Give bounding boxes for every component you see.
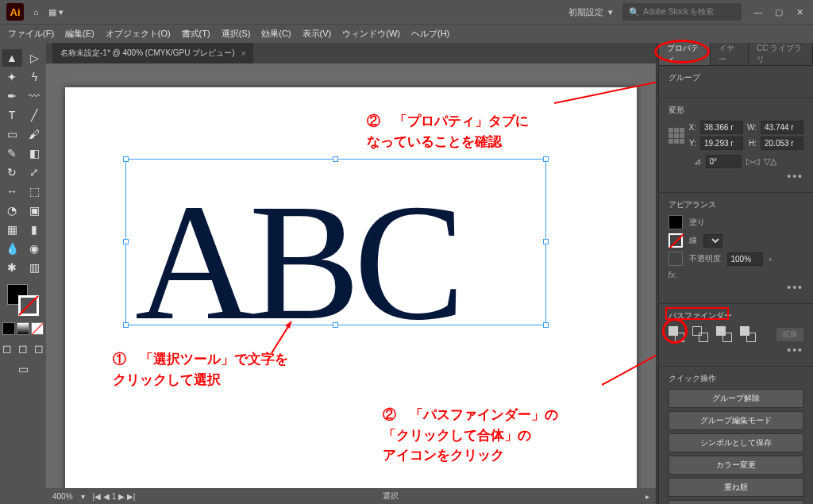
eraser-tool[interactable]: ◧	[24, 144, 44, 162]
rectangle-tool[interactable]: ▭	[2, 125, 22, 143]
svg-line-4	[602, 337, 656, 385]
y-input[interactable]	[700, 137, 743, 150]
w-input[interactable]	[761, 121, 803, 134]
mini-swatch-black[interactable]	[2, 322, 15, 335]
select-all-objects-button[interactable]: オブジェクトを一括選択	[669, 500, 804, 504]
arrange-docs-icon[interactable]: ▦ ▾	[48, 7, 64, 17]
free-transform-tool[interactable]: ⬚	[24, 183, 44, 200]
menu-object[interactable]: オブジェクト(O)	[106, 28, 171, 40]
save-as-symbol-button[interactable]: シンボルとして保存	[669, 433, 804, 452]
maximize-button[interactable]: ▢	[772, 7, 786, 17]
arrange-button[interactable]: 重ね順	[669, 478, 804, 497]
more-options-icon[interactable]: •••	[669, 342, 804, 356]
shape-builder-tool[interactable]: ◔	[2, 202, 22, 219]
mini-swatch-gradient[interactable]	[17, 322, 29, 335]
appearance-title: アピアランス	[669, 199, 804, 210]
draw-normal[interactable]: ◻	[0, 341, 14, 356]
pathfinder-expand-button[interactable]: 拡張	[776, 328, 803, 341]
opacity-icon	[669, 252, 683, 266]
color-swatches[interactable]	[7, 284, 39, 316]
rotate-tool[interactable]: ↻	[2, 164, 22, 181]
draw-inside[interactable]: ◻	[32, 341, 46, 356]
more-options-icon[interactable]: •••	[669, 168, 804, 183]
draw-behind[interactable]: ◻	[16, 341, 30, 356]
line-tool[interactable]: ╱	[24, 106, 44, 124]
pathfinder-intersect-icon[interactable]	[716, 326, 732, 342]
menu-view[interactable]: 表示(V)	[302, 28, 332, 40]
eyedropper-tool[interactable]: 💧	[2, 240, 22, 257]
home-icon[interactable]: ⌂	[33, 7, 39, 17]
selection-bounding-box	[125, 159, 546, 325]
artboard-nav[interactable]: |◀ ◀ 1 ▶ ▶|	[93, 492, 136, 501]
stock-search[interactable]: 🔍 Adobe Stock を検索	[622, 3, 742, 21]
reference-point[interactable]	[669, 128, 684, 144]
x-input[interactable]	[700, 121, 743, 134]
status-tool-name: 選択	[143, 491, 638, 502]
pathfinder-minus-front-icon[interactable]	[692, 326, 708, 342]
svg-line-2	[554, 75, 656, 103]
document-tab[interactable]: 名称未設定-1* @ 400% (CMYK/GPU プレビュー) ×	[52, 43, 253, 63]
menu-window[interactable]: ウィンドウ(W)	[342, 28, 400, 40]
blend-tool[interactable]: ◉	[24, 240, 44, 257]
stroke-weight[interactable]	[703, 234, 722, 248]
type-tool[interactable]: T	[2, 106, 22, 124]
shaper-tool[interactable]: ✎	[2, 144, 22, 162]
arrow-2	[554, 71, 656, 111]
menu-effect[interactable]: 効果(C)	[261, 28, 291, 40]
change-screen-mode[interactable]: ▭	[13, 360, 33, 378]
annotation-3: ② 「パスファインダー」の 「クリックして合体」の アイコンをクリック	[383, 405, 558, 466]
paintbrush-tool[interactable]: 🖌	[24, 125, 44, 143]
menu-file[interactable]: ファイル(F)	[8, 28, 54, 40]
h-input[interactable]	[761, 137, 803, 150]
pathfinder-title: パスファインダー	[669, 310, 804, 321]
pathfinder-unite-icon[interactable]	[669, 326, 684, 342]
width-tool[interactable]: ↔	[2, 183, 22, 200]
quick-actions-title: クイック操作	[669, 373, 804, 384]
menu-help[interactable]: ヘルプ(H)	[411, 28, 449, 40]
tab-cc-libraries[interactable]: CC ライブラリ	[749, 43, 813, 65]
flip-h-icon[interactable]: ▷◁	[746, 156, 759, 167]
menu-type[interactable]: 書式(T)	[182, 28, 210, 40]
workspace-switcher[interactable]: 初期設定▾	[568, 6, 613, 18]
tab-layers[interactable]: イヤー	[711, 43, 749, 65]
direct-selection-tool[interactable]: ▷	[24, 49, 44, 67]
more-options-icon[interactable]: •••	[669, 279, 804, 294]
recolor-button[interactable]: カラー変更	[669, 456, 804, 475]
artboard[interactable]: ABC ① 「選択ツール」で文字を クリックして選択 ② 「プロパティ」タブに …	[65, 87, 637, 488]
ungroup-button[interactable]: グループ解除	[669, 389, 804, 408]
opacity-input[interactable]	[727, 252, 763, 266]
flip-v-icon[interactable]: ▽△	[764, 156, 776, 167]
curvature-tool[interactable]: 〰	[24, 87, 44, 105]
toolbox: ▲▷ ✦ϟ ✒〰 T╱ ▭🖌 ✎◧ ↻⤢ ↔⬚ ◔▣ ▦▮ 💧◉ ✱▥ ◻ ◻ …	[0, 43, 46, 504]
svg-marker-1	[285, 321, 291, 329]
scale-tool[interactable]: ⤢	[24, 164, 44, 181]
zoom-level[interactable]: 400%	[52, 492, 73, 501]
annotation-1: ① 「選択ツール」で文字を クリックして選択	[113, 349, 288, 390]
transform-title: 変形	[669, 105, 804, 116]
arrow-1	[268, 317, 299, 357]
isolate-group-button[interactable]: グループ編集モード	[669, 411, 804, 430]
minimize-button[interactable]: —	[751, 7, 765, 17]
close-tab-icon[interactable]: ×	[241, 49, 246, 58]
status-bar: 400%▾ |◀ ◀ 1 ▶ ▶| 選択 ▸	[46, 488, 656, 504]
perspective-tool[interactable]: ▣	[24, 202, 44, 219]
close-button[interactable]: ✕	[792, 7, 807, 17]
graph-tool[interactable]: ▥	[24, 259, 44, 276]
pen-tool[interactable]: ✒	[2, 87, 22, 105]
stroke-swatch[interactable]	[669, 233, 683, 248]
menu-edit[interactable]: 編集(E)	[65, 28, 94, 40]
mini-swatch-none[interactable]	[31, 322, 44, 335]
fill-swatch[interactable]	[669, 215, 683, 229]
menu-select[interactable]: 選択(S)	[222, 28, 251, 40]
lasso-tool[interactable]: ϟ	[24, 68, 44, 86]
gradient-tool[interactable]: ▮	[24, 221, 44, 238]
symbol-sprayer-tool[interactable]: ✱	[2, 259, 22, 276]
mesh-tool[interactable]: ▦	[2, 221, 22, 238]
tab-properties[interactable]: プロパティ	[659, 43, 711, 65]
rotate-input[interactable]	[706, 155, 742, 168]
fx-icon[interactable]: fx.	[669, 270, 804, 279]
magic-wand-tool[interactable]: ✦	[2, 68, 22, 86]
selection-tool[interactable]: ▲	[2, 49, 22, 67]
pathfinder-exclude-icon[interactable]	[740, 326, 756, 342]
menubar: ファイル(F) 編集(E) オブジェクト(O) 書式(T) 選択(S) 効果(C…	[0, 24, 813, 43]
